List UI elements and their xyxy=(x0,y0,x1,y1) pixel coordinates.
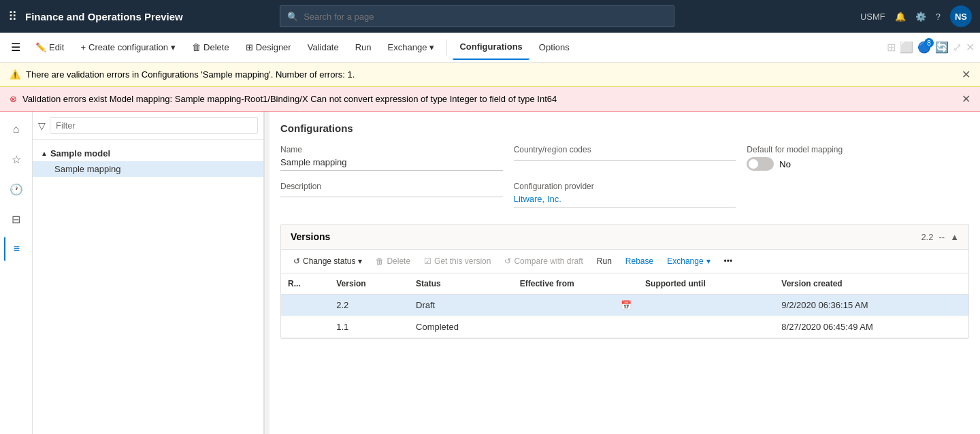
cell-effective-from: 📅 xyxy=(513,295,638,316)
tree-collapse-icon[interactable]: ▲ xyxy=(41,150,48,157)
default-mapping-field: Default for model mapping No xyxy=(747,145,969,171)
view-icon[interactable]: ⊞ xyxy=(887,41,896,54)
cmd-run[interactable]: Run xyxy=(348,35,378,60)
cell-supported-until xyxy=(638,316,774,338)
tree-parent-label: Sample model xyxy=(50,148,110,158)
notification-icon[interactable]: 🔔 xyxy=(895,12,906,22)
search-bar[interactable]: 🔍 xyxy=(280,5,674,27)
run-version-button[interactable]: Run xyxy=(591,254,617,269)
cmd-edit[interactable]: ✏️ Edit xyxy=(29,35,71,60)
left-panel: ▽ ▲ Sample model Sample mapping xyxy=(33,112,264,434)
provider-field: Configuration provider Litware, Inc. xyxy=(514,182,736,207)
cmd-configurations[interactable]: Configurations xyxy=(453,35,529,60)
command-bar: ☰ ✏️ Edit + Create configuration ▾ 🗑 Del… xyxy=(0,33,980,63)
get-this-version-button[interactable]: ☑ Get this version xyxy=(419,254,496,269)
rebase-button[interactable]: Rebase xyxy=(620,254,659,269)
versions-header-right: 2.2 -- ▲ xyxy=(921,232,959,242)
default-label: Default for model mapping xyxy=(747,145,969,154)
table-row[interactable]: 1.1 Completed 8/27/2020 06:45:49 AM xyxy=(281,316,968,338)
cell-supported-until xyxy=(638,295,774,316)
versions-collapse-icon[interactable]: ▲ xyxy=(950,232,959,242)
main-layout: ⌂ ☆ 🕐 ⊟ ≡ ▽ ▲ Sample model Sample mappin… xyxy=(0,112,980,434)
alert-warning: ⚠️ There are validation errors in Config… xyxy=(0,63,980,87)
exchange-version-button[interactable]: Exchange ▾ xyxy=(662,254,715,269)
table-row[interactable]: 2.2 Draft 📅 9/2/2020 06:36:15 AM xyxy=(281,295,968,316)
right-panel: Configurations Name Sample mapping Count… xyxy=(270,112,980,434)
cell-r xyxy=(281,316,329,338)
help-icon[interactable]: ? xyxy=(936,12,941,22)
sidebar-home-icon[interactable]: ⌂ xyxy=(4,117,29,141)
change-status-button[interactable]: ↺ Change status ▾ xyxy=(288,254,368,269)
fullscreen-icon[interactable]: ⬜ xyxy=(900,41,913,54)
versions-section: Versions 2.2 -- ▲ ↺ Change status ▾ 🗑 De… xyxy=(280,224,969,339)
warning-text: There are validation errors in Configura… xyxy=(26,69,355,80)
cell-r xyxy=(281,295,329,316)
name-field: Name Sample mapping xyxy=(280,145,503,171)
create-icon: + xyxy=(80,42,86,52)
cmd-delete[interactable]: 🗑 Delete xyxy=(185,35,236,60)
versions-dash: -- xyxy=(938,232,945,242)
edit-icon: ✏️ xyxy=(35,42,46,52)
versions-title: Versions xyxy=(291,231,330,242)
more-button[interactable]: ••• xyxy=(719,254,738,269)
exchange-dropdown-icon: ▾ xyxy=(429,42,434,52)
get-version-icon: ☑ xyxy=(424,256,431,266)
apps-icon[interactable]: ⠿ xyxy=(8,9,17,24)
designer-icon: ⊞ xyxy=(246,42,253,52)
tree-parent-node[interactable]: ▲ Sample model xyxy=(33,146,263,161)
avatar[interactable]: NS xyxy=(950,5,972,27)
sidebar-list-icon[interactable]: ≡ xyxy=(4,237,29,261)
warning-close-button[interactable]: ✕ xyxy=(962,68,970,81)
versions-header: Versions 2.2 -- ▲ xyxy=(281,224,968,250)
tree-child-label: Sample mapping xyxy=(54,164,121,174)
settings-icon[interactable]: ⚙️ xyxy=(915,12,926,22)
cell-version-created: 8/27/2020 06:45:49 AM xyxy=(774,316,968,338)
delete-version-icon: 🗑 xyxy=(376,256,384,266)
col-effective-from: Effective from xyxy=(513,273,638,295)
user-code: USMF xyxy=(860,12,885,22)
versions-number: 2.2 xyxy=(921,232,933,242)
change-status-icon: ↺ xyxy=(293,256,300,266)
app-title: Finance and Operations Preview xyxy=(25,11,183,22)
filter-input[interactable] xyxy=(50,117,258,134)
cell-version: 1.1 xyxy=(329,316,409,338)
sidebar-icons: ⌂ ☆ 🕐 ⊟ ≡ xyxy=(0,112,33,434)
cmd-options[interactable]: Options xyxy=(532,35,576,60)
name-value: Sample mapping xyxy=(280,157,503,171)
alert-error: ⊗ Validation errors exist Model mapping:… xyxy=(0,87,980,112)
panel-splitter[interactable] xyxy=(264,112,270,434)
cmd-create[interactable]: + Create configuration ▾ xyxy=(74,35,182,60)
badge-icon[interactable]: 🔵 8 xyxy=(917,41,931,54)
cell-version-created: 9/2/2020 06:36:15 AM xyxy=(774,295,968,316)
search-icon: 🔍 xyxy=(287,12,298,22)
delete-icon: 🗑 xyxy=(192,42,201,52)
create-dropdown-icon: ▾ xyxy=(171,42,176,52)
cmd-separator xyxy=(446,39,447,56)
sidebar-clock-icon[interactable]: 🕐 xyxy=(4,177,29,201)
default-toggle[interactable] xyxy=(747,157,774,171)
refresh-icon[interactable]: 🔄 xyxy=(935,41,949,54)
maximize-icon[interactable]: ⤢ xyxy=(953,41,962,54)
provider-value[interactable]: Litware, Inc. xyxy=(514,194,736,207)
cmd-validate[interactable]: Validate xyxy=(301,35,346,60)
tree-child-node[interactable]: Sample mapping xyxy=(33,161,263,177)
cmd-designer[interactable]: ⊞ Designer xyxy=(239,35,298,60)
warning-icon: ⚠️ xyxy=(10,69,20,80)
cell-version: 2.2 xyxy=(329,295,409,316)
compare-with-draft-button[interactable]: ↺ Compare with draft xyxy=(499,254,588,269)
cmd-exchange[interactable]: Exchange ▾ xyxy=(381,35,442,60)
sidebar-star-icon[interactable]: ☆ xyxy=(4,147,29,171)
table-header-row: R... Version Status Effective from Suppo… xyxy=(281,273,968,295)
error-close-button[interactable]: ✕ xyxy=(962,93,970,105)
delete-version-button[interactable]: 🗑 Delete xyxy=(370,254,416,269)
exchange-dropdown-icon: ▾ xyxy=(706,256,710,266)
cell-effective-from xyxy=(513,316,638,338)
sidebar-calendar-icon[interactable]: ⊟ xyxy=(4,207,29,231)
hamburger-icon[interactable]: ☰ xyxy=(5,41,26,54)
section-title: Configurations xyxy=(280,122,969,134)
search-input[interactable] xyxy=(304,12,667,22)
description-label: Description xyxy=(280,182,503,191)
close-icon[interactable]: ✕ xyxy=(966,41,975,54)
top-nav-right: USMF 🔔 ⚙️ ? NS xyxy=(860,5,972,27)
default-value: No xyxy=(779,159,791,169)
